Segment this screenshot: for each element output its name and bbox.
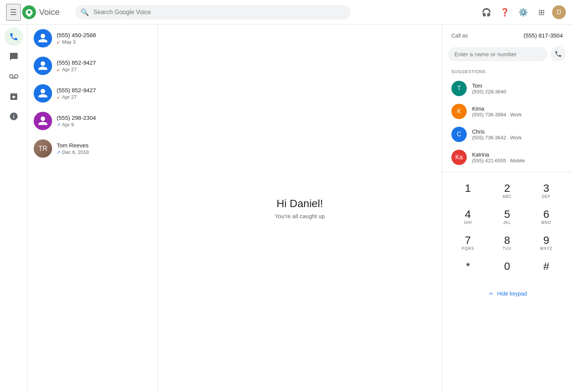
- call-meta: ↙ Apr 27: [57, 67, 151, 72]
- dialpad-key-7[interactable]: 7 PQRS: [454, 230, 481, 255]
- app-name: Voice: [39, 7, 60, 17]
- archive-icon: [9, 92, 18, 101]
- call-as-number: (555) 817-3504: [523, 32, 563, 39]
- help-icon-button[interactable]: ❓: [497, 5, 512, 20]
- dialpad-key-9[interactable]: 9 WXYZ: [533, 230, 560, 255]
- dialpad-key-0[interactable]: 0: [494, 256, 520, 281]
- dialpad-digit: 0: [504, 261, 510, 272]
- dialpad-letters: [467, 273, 469, 277]
- suggestion-number: (555) 421-6555 · Mobile: [472, 158, 563, 163]
- voice-logo-icon: [22, 5, 36, 19]
- dialpad-key-5[interactable]: 5 JKL: [494, 204, 520, 229]
- call-direction-icon: ↙: [57, 95, 60, 100]
- main-layout: (555) 450-2568 ↙ May 3 (555) 852-9427 ↙ …: [0, 24, 572, 392]
- number-input-row: [442, 43, 572, 65]
- call-name: (555) 298-2304: [57, 114, 151, 121]
- menu-button[interactable]: ☰: [6, 4, 21, 21]
- phone-icon: [9, 32, 18, 41]
- call-info: (555) 298-2304 ↗ Apr 9: [57, 114, 151, 127]
- call-item[interactable]: (555) 298-2304 ↗ Apr 9: [28, 107, 157, 135]
- dialpad-key-4[interactable]: 4 GHI: [454, 204, 481, 229]
- sidebar-item-archive[interactable]: [5, 87, 23, 106]
- dialpad-key-hash[interactable]: #: [533, 256, 560, 281]
- apps-icon-button[interactable]: ⊞: [534, 5, 549, 20]
- welcome-title: Hi Daniel!: [276, 198, 323, 210]
- suggestion-item[interactable]: T Tom (555) 228-3640: [442, 77, 572, 100]
- suggestion-name: Kima: [472, 106, 563, 112]
- dialpad-key-star[interactable]: *: [454, 256, 481, 281]
- dialpad-letters: DEF: [542, 194, 551, 199]
- info-icon: [9, 112, 18, 121]
- call-name: (555) 852-9427: [57, 59, 151, 66]
- dialpad-digit: 6: [543, 209, 549, 220]
- person-icon: [38, 116, 48, 126]
- call-direction-icon: ↗: [57, 150, 60, 155]
- search-icon: 🔍: [80, 8, 89, 16]
- number-input[interactable]: [448, 47, 547, 61]
- headset-icon-button[interactable]: 🎧: [479, 5, 494, 20]
- person-icon: [38, 33, 48, 44]
- call-meta: ↗ Apr 9: [57, 122, 151, 127]
- suggestion-item[interactable]: C Chris (555) 736-3642 · Work: [442, 123, 572, 146]
- suggestion-name: Tom: [472, 83, 563, 89]
- suggestions-label: SUGGESTIONS: [442, 65, 572, 77]
- dialpad-digit: *: [466, 261, 470, 272]
- suggestion-info: Katrina (555) 421-6555 · Mobile: [472, 152, 563, 163]
- dialpad-row: 7 PQRS 8 TUV 9 WXYZ: [448, 230, 566, 255]
- call-avatar: [34, 84, 52, 103]
- settings-icon-button[interactable]: ⚙️: [515, 5, 531, 20]
- sidebar-item-voicemail[interactable]: [5, 67, 23, 86]
- dialpad-key-2[interactable]: 2 ABC: [494, 178, 520, 203]
- app-logo[interactable]: Voice: [22, 5, 60, 19]
- call-avatar: [34, 112, 52, 130]
- dialpad-digit: 2: [504, 183, 510, 194]
- dialpad-letters: WXYZ: [540, 247, 552, 251]
- call-item[interactable]: (555) 450-2568 ↙ May 3: [28, 24, 157, 52]
- call-meta: ↗ Dec 6, 2018: [57, 149, 151, 155]
- dialpad-letters: TUV: [503, 247, 512, 251]
- call-direction-icon: ↙: [57, 67, 60, 72]
- dialpad-letters: ABC: [503, 194, 512, 199]
- suggestion-avatar: C: [451, 127, 467, 142]
- dialpad-digit: 8: [504, 235, 510, 246]
- sidebar-item-messages[interactable]: [5, 47, 23, 66]
- welcome-subtitle: You're all caught up: [275, 213, 325, 219]
- call-date: Apr 27: [62, 67, 77, 72]
- call-name: (555) 852-9427: [57, 87, 151, 93]
- suggestion-name: Katrina: [472, 152, 563, 158]
- sidebar-item-calls[interactable]: [5, 28, 23, 46]
- dialpad-letters: [467, 194, 469, 199]
- dialpad-key-6[interactable]: 6 MNO: [533, 204, 560, 229]
- call-item[interactable]: (555) 852-9427 ↙ Apr 27: [28, 52, 157, 80]
- suggestion-info: Kima (555) 736-3994 · Work: [472, 106, 563, 118]
- sidebar-nav: [0, 24, 28, 392]
- call-date: Apr 9: [62, 122, 74, 127]
- person-icon: [38, 88, 48, 99]
- call-meta: ↙ Apr 27: [57, 94, 151, 100]
- dialpad-letters: PQRS: [462, 247, 474, 251]
- call-date: May 3: [62, 39, 75, 45]
- suggestion-number: (555) 736-3994 · Work: [472, 112, 563, 118]
- call-item[interactable]: (555) 852-9427 ↙ Apr 27: [28, 80, 157, 107]
- call-name: (555) 450-2568: [57, 32, 151, 38]
- call-item[interactable]: TR Tom Reeves ↗ Dec 6, 2018: [28, 135, 157, 162]
- search-input[interactable]: [75, 5, 351, 20]
- dialpad-row: 1 2 ABC 3 DEF: [448, 178, 566, 203]
- user-avatar[interactable]: D: [552, 5, 566, 19]
- call-direction-icon: ↗: [57, 122, 60, 127]
- main-content: Hi Daniel! You're all caught up: [158, 24, 442, 392]
- dialpad-key-1[interactable]: 1: [454, 178, 481, 203]
- hide-keypad-icon: [487, 290, 494, 297]
- suggestion-name: Chris: [472, 129, 563, 135]
- sidebar-item-info[interactable]: [5, 107, 23, 126]
- suggestion-avatar: T: [451, 81, 467, 96]
- suggestion-item[interactable]: Ka Katrina (555) 421-6555 · Mobile: [442, 146, 572, 169]
- suggestion-item[interactable]: K Kima (555) 736-3994 · Work: [442, 100, 572, 123]
- dial-call-button[interactable]: [551, 46, 566, 62]
- call-info: (555) 852-9427 ↙ Apr 27: [57, 87, 151, 100]
- call-list: (555) 450-2568 ↙ May 3 (555) 852-9427 ↙ …: [28, 24, 158, 392]
- dialpad-key-3[interactable]: 3 DEF: [533, 178, 560, 203]
- suggestion-info: Chris (555) 736-3642 · Work: [472, 129, 563, 140]
- dialpad-key-8[interactable]: 8 TUV: [494, 230, 520, 255]
- hide-keypad-button[interactable]: Hide keypad: [483, 286, 532, 302]
